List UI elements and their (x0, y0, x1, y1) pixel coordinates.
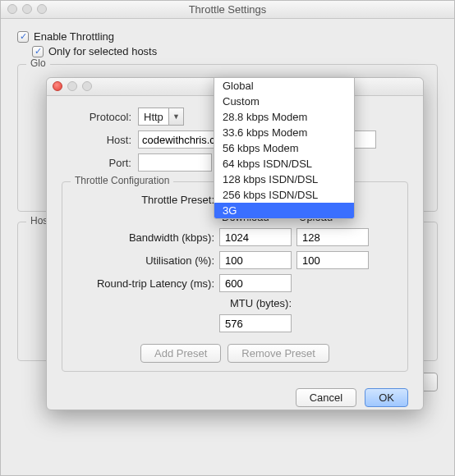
preset-option[interactable]: 64 kbps ISDN/DSL (214, 156, 354, 172)
preset-option[interactable]: 56 kbps Modem (214, 140, 354, 156)
bandwidth-upload-input[interactable] (296, 228, 369, 246)
window-title: Throttle Settings (189, 3, 267, 16)
close-icon[interactable] (7, 4, 17, 14)
rtt-label: Round-trip Latency (ms): (71, 277, 214, 290)
rtt-input[interactable] (219, 274, 292, 292)
preset-option[interactable]: 128 kbps ISDN/DSL (214, 172, 354, 187)
enable-throttling-label: Enable Throttling (34, 30, 114, 43)
dialog-ok-button[interactable]: OK (365, 388, 408, 407)
checkbox-checked-icon[interactable]: ✓ (17, 31, 29, 43)
enable-throttling-row[interactable]: ✓ Enable Throttling (17, 30, 438, 43)
preset-button-row: Add Preset Remove Preset (71, 344, 399, 363)
config-title: Throttle Configuration (71, 175, 173, 186)
host-label: Host: (62, 134, 131, 146)
chevron-down-icon[interactable]: ▼ (169, 108, 184, 126)
zoom-icon[interactable] (82, 81, 92, 91)
bandwidth-download-input[interactable] (219, 228, 292, 246)
mtu-input[interactable] (219, 314, 292, 332)
traffic-lights (7, 4, 47, 14)
bandwidth-label: Bandwidth (kbps): (71, 231, 214, 244)
preset-label: Throttle Preset: (71, 194, 214, 206)
only-selected-label: Only for selected hosts (48, 45, 157, 57)
add-preset-button[interactable]: Add Preset (140, 344, 221, 363)
protocol-dropdown[interactable]: Http ▼ (138, 108, 184, 126)
mtu-label: MTU (bytes): (219, 297, 292, 309)
close-icon[interactable] (53, 81, 62, 91)
remove-preset-button[interactable]: Remove Preset (228, 344, 329, 363)
global-group-title: Glo (26, 57, 50, 69)
preset-option[interactable]: 256 kbps ISDN/DSL (214, 187, 354, 203)
minimize-icon[interactable] (67, 81, 77, 91)
preset-option[interactable]: 28.8 kbps Modem (214, 109, 354, 125)
dialog-traffic-lights (53, 81, 92, 91)
minimize-icon[interactable] (22, 4, 32, 14)
port-label: Port: (62, 157, 131, 169)
preset-dropdown-list[interactable]: GlobalCustom28.8 kbps Modem33.6 kbps Mod… (214, 77, 355, 219)
protocol-label: Protocol: (62, 111, 131, 123)
preset-option[interactable]: Custom (214, 94, 354, 109)
parent-titlebar: Throttle Settings (1, 1, 454, 19)
dialog-cancel-button[interactable]: Cancel (296, 388, 356, 407)
utilisation-download-input[interactable] (219, 251, 292, 269)
port-input[interactable] (138, 153, 212, 172)
preset-option[interactable]: 33.6 kbps Modem (214, 125, 354, 140)
zoom-icon[interactable] (37, 4, 47, 14)
preset-option[interactable]: Global (214, 78, 354, 94)
preset-option[interactable]: 3G (214, 203, 354, 218)
dialog-footer: Cancel OK (62, 388, 408, 407)
protocol-value: Http (138, 108, 169, 126)
only-selected-row[interactable]: ✓ Only for selected hosts (32, 45, 438, 57)
checkbox-checked-icon[interactable]: ✓ (32, 46, 44, 57)
utilisation-upload-input[interactable] (296, 251, 369, 269)
utilisation-label: Utilisation (%): (71, 254, 214, 267)
